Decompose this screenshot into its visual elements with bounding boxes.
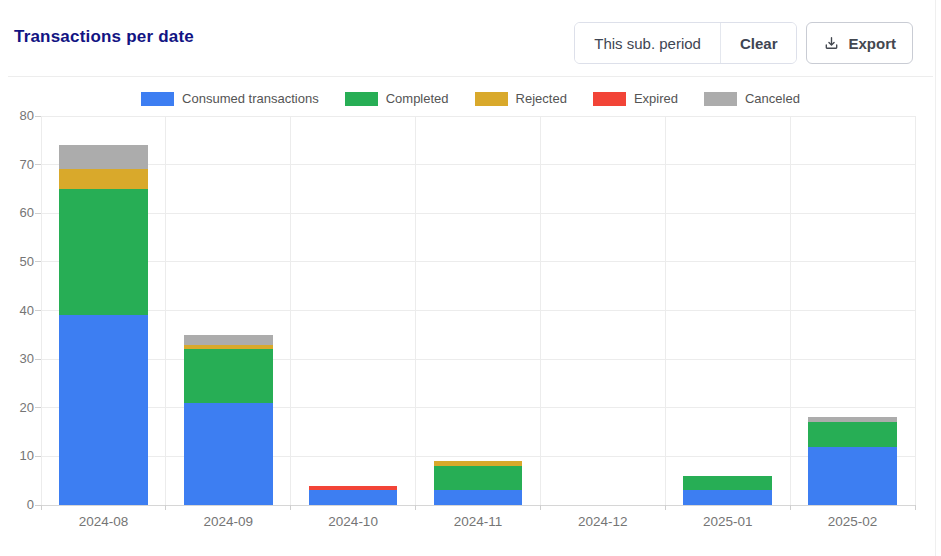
x-axis-tick (665, 505, 666, 510)
bar-2024-08-consumed-transactions[interactable] (59, 315, 148, 505)
bar-2025-02-canceled[interactable] (808, 417, 897, 422)
bar-2025-02-completed[interactable] (808, 422, 897, 446)
y-axis-label: 40 (0, 303, 34, 319)
gridline-horizontal (41, 407, 915, 408)
bar-2024-09-consumed-transactions[interactable] (184, 403, 273, 505)
gridline-horizontal (41, 359, 915, 360)
x-axis-tick (290, 505, 291, 510)
x-axis-label: 2024-08 (41, 514, 166, 529)
bar-2024-11-rejected[interactable] (434, 461, 523, 466)
gridline-vertical (290, 116, 291, 505)
bar-2024-10-expired[interactable] (309, 486, 398, 491)
x-axis-label: 2024-12 (540, 514, 665, 529)
bar-2024-11-consumed-transactions[interactable] (434, 490, 523, 505)
y-axis-label: 0 (0, 497, 34, 513)
gridline-vertical (790, 116, 791, 505)
x-axis-tick (165, 505, 166, 510)
gridline-horizontal (41, 164, 915, 165)
y-axis-label: 60 (0, 205, 34, 221)
x-axis-label: 2025-02 (790, 514, 915, 529)
x-axis-label: 2024-11 (416, 514, 541, 529)
y-axis-line (41, 116, 42, 505)
bar-2025-01-completed[interactable] (683, 476, 772, 491)
x-axis-label: 2024-09 (166, 514, 291, 529)
y-axis-label: 50 (0, 254, 34, 270)
bar-2024-10-consumed-transactions[interactable] (309, 490, 398, 505)
bar-2024-08-completed[interactable] (59, 189, 148, 315)
x-axis-tick (41, 505, 42, 510)
y-axis-label: 30 (0, 351, 34, 367)
bar-2024-09-rejected[interactable] (184, 345, 273, 350)
x-axis-label: 2024-10 (291, 514, 416, 529)
gridline-horizontal (41, 261, 915, 262)
bar-2024-09-canceled[interactable] (184, 335, 273, 345)
x-axis-tick (415, 505, 416, 510)
gridline-vertical (165, 116, 166, 505)
bar-2024-11-completed[interactable] (434, 466, 523, 490)
x-axis-tick (540, 505, 541, 510)
bar-2024-09-completed[interactable] (184, 349, 273, 402)
x-axis-tick (790, 505, 791, 510)
gridline-vertical (540, 116, 541, 505)
x-axis-label: 2025-01 (665, 514, 790, 529)
x-axis-tick (915, 505, 916, 510)
y-axis-label: 70 (0, 157, 34, 173)
y-axis-label: 20 (0, 400, 34, 416)
bar-2024-08-rejected[interactable] (59, 169, 148, 188)
bar-2024-08-canceled[interactable] (59, 145, 148, 169)
bar-2025-01-consumed-transactions[interactable] (683, 490, 772, 505)
gridline-vertical (415, 116, 416, 505)
y-axis-label: 80 (0, 108, 34, 124)
gridline-horizontal (41, 116, 915, 117)
bar-2025-02-consumed-transactions[interactable] (808, 447, 897, 505)
y-axis-label: 10 (0, 448, 34, 464)
gridline-horizontal (41, 213, 915, 214)
gridline-horizontal (41, 456, 915, 457)
gridline-vertical (665, 116, 666, 505)
stacked-bar-chart: 010203040506070802024-082024-092024-1020… (0, 0, 941, 556)
gridline-horizontal (41, 310, 915, 311)
gridline-vertical (915, 116, 916, 505)
